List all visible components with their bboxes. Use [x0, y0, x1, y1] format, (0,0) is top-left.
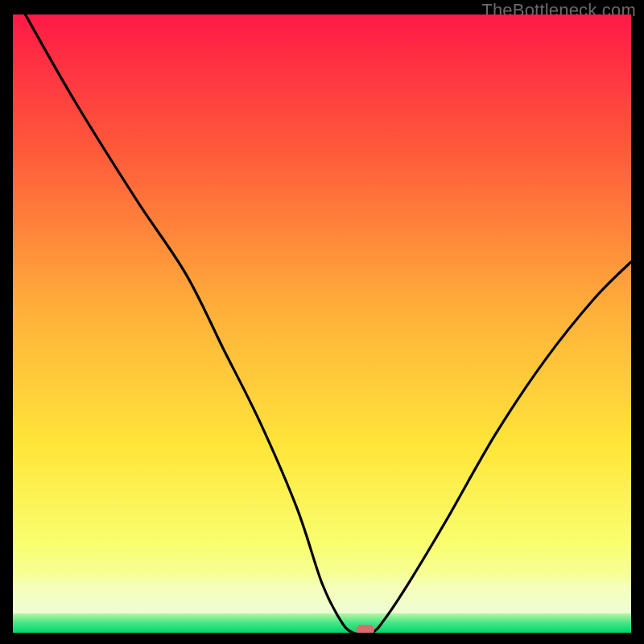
chart-stage: TheBottleneck.com — [0, 0, 644, 644]
plot-area — [13, 14, 631, 633]
minimum-marker — [357, 625, 374, 633]
green-band — [13, 613, 631, 633]
gradient-background — [13, 14, 631, 633]
chart-svg — [13, 14, 631, 633]
pale-band — [13, 565, 631, 613]
